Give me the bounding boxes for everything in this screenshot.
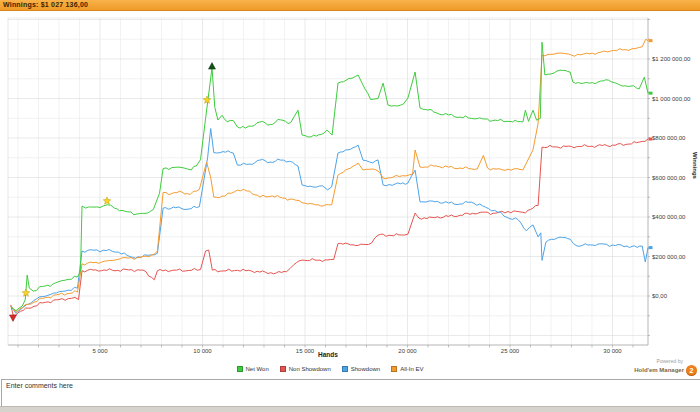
legend-label: Non Showdown: [289, 366, 331, 372]
legend-item-all-in-ev[interactable]: All-In EV: [391, 366, 423, 372]
x-axis-title: Hands: [293, 351, 363, 358]
legend-label: Showdown: [351, 366, 380, 372]
comments-placeholder: Enter comments here: [6, 382, 73, 389]
svg-text:$200 000,00: $200 000,00: [652, 254, 686, 260]
holdem-manager-graph-window: Winnings: $1 027 136,00 5 00010 00015 00…: [0, 0, 700, 412]
legend-item-non-showdown[interactable]: Non Showdown: [280, 366, 331, 372]
legend-item-net-won[interactable]: Net Won: [237, 366, 269, 372]
comments-input[interactable]: Enter comments here: [1, 379, 700, 407]
svg-text:$400 000,00: $400 000,00: [652, 214, 686, 220]
all-in-ev-swatch-icon: [391, 366, 397, 372]
svg-text:20 000: 20 000: [398, 348, 417, 354]
holdem-manager-brand: Hold'em Manager: [634, 367, 684, 373]
svg-text:$1 000 000,00: $1 000 000,00: [652, 96, 691, 102]
hm2-logo-icon: 2: [686, 365, 697, 376]
legend-item-showdown[interactable]: Showdown: [342, 366, 380, 372]
legend-label: Net Won: [246, 366, 269, 372]
graph-titlebar: Winnings: $1 027 136,00: [0, 0, 700, 11]
svg-text:5 000: 5 000: [92, 348, 108, 354]
powered-by: Powered by Hold'em Manager2: [634, 359, 697, 376]
chart-legend: Net Won Non Showdown Showdown All-In EV: [0, 366, 660, 372]
svg-text:$800 000,00: $800 000,00: [652, 135, 686, 141]
svg-text:$1 200 000,00: $1 200 000,00: [652, 56, 691, 62]
y-axis-title: Winnings: [692, 152, 698, 179]
svg-text:$600 000,00: $600 000,00: [652, 175, 686, 181]
svg-text:$0,00: $0,00: [652, 293, 668, 299]
net-won-swatch-icon: [237, 366, 243, 372]
legend-label: All-In EV: [400, 366, 423, 372]
svg-text:25 000: 25 000: [501, 348, 520, 354]
svg-text:30 000: 30 000: [603, 348, 622, 354]
showdown-swatch-icon: [342, 366, 348, 372]
footer-strip: [0, 406, 700, 412]
winnings-total-label: Winnings: $1 027 136,00: [0, 0, 700, 8]
non-showdown-swatch-icon: [280, 366, 286, 372]
svg-text:10 000: 10 000: [193, 348, 212, 354]
